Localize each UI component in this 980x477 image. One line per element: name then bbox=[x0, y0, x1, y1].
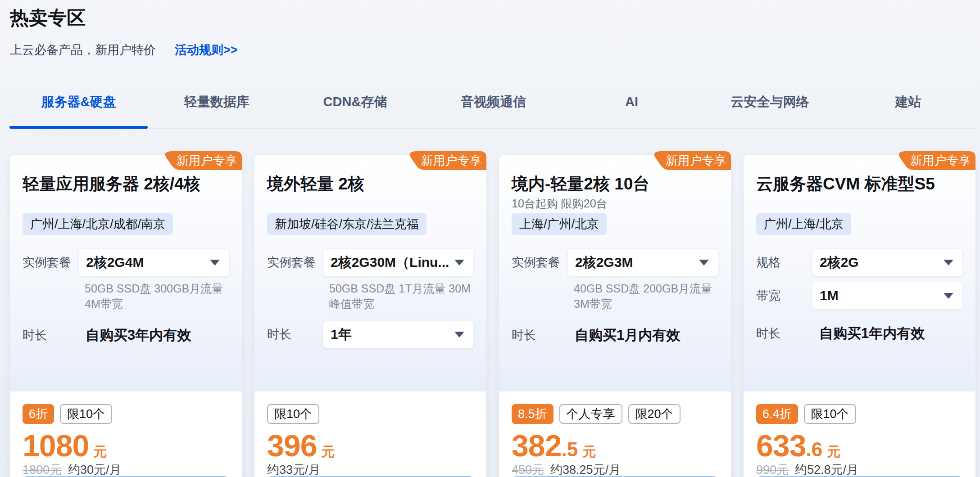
price-decimal: .6 bbox=[806, 438, 822, 461]
duration-select[interactable]: 1年 bbox=[323, 320, 474, 348]
card-subtitle bbox=[23, 194, 229, 213]
price-decimal: .5 bbox=[561, 438, 578, 461]
card-title: 境外轻量 2核 bbox=[267, 175, 474, 194]
chevron-down-icon bbox=[699, 260, 709, 266]
product-card: 新用户专享 云服务器CVM 标准型S5 广州/上海/北京 规格 2核2G 带宽 bbox=[744, 155, 975, 477]
chevron-down-icon bbox=[210, 260, 220, 266]
field-label: 时长 bbox=[23, 327, 78, 343]
tab-ai[interactable]: AI bbox=[563, 94, 701, 128]
card-price-area: 6.4折 限10个 633 .6 元 990元 约52.8元/月 bbox=[744, 392, 975, 477]
monthly-price: 约52.8元/月 bbox=[795, 464, 858, 476]
region-tag: 新加坡/硅谷/东京/法兰克福 bbox=[267, 213, 426, 235]
limit-tag: 限20个 bbox=[628, 404, 681, 424]
card-subtitle: 10台起购 限购20台 bbox=[512, 194, 718, 213]
old-price-row: 990元 约52.8元/月 bbox=[756, 464, 963, 476]
plan-select[interactable]: 2核2G30M（Linu... bbox=[323, 248, 474, 276]
price-row: 1080 元 bbox=[23, 430, 229, 461]
card-config-area: 轻量应用服务器 2核/4核 广州/上海/北京/成都/南京 实例套餐 2核2G4M… bbox=[10, 155, 242, 392]
bandwidth-select[interactable]: 1M bbox=[812, 282, 963, 310]
card-price-area: 8.5折 个人专享 限20个 382 .5 元 450元 约38.25元/月 bbox=[499, 392, 731, 477]
promo-tags-row: 限10个 bbox=[267, 404, 474, 424]
product-card-list: 新用户专享 轻量应用服务器 2核/4核 广州/上海/北京/成都/南京 实例套餐 … bbox=[10, 155, 975, 477]
monthly-price: 约33元/月 bbox=[267, 464, 321, 476]
tab-server-disk[interactable]: 服务器&硬盘 bbox=[9, 94, 148, 128]
activity-rules-link[interactable]: 活动规则>> bbox=[175, 43, 238, 57]
chevron-down-icon bbox=[944, 260, 953, 266]
duration-field-row: 时长 自购买3年内有效 bbox=[23, 326, 229, 345]
tab-cdn-storage[interactable]: CDN&存储 bbox=[286, 94, 424, 128]
new-user-badge: 新用户专享 bbox=[163, 151, 242, 170]
original-price: 450元 bbox=[512, 464, 544, 476]
price-row: 396 元 bbox=[267, 430, 474, 461]
card-title: 境内-轻量2核 10台 bbox=[512, 175, 718, 194]
field-label: 实例套餐 bbox=[267, 254, 323, 270]
plan-spec-note: 50GB SSD盘 1T月流量 30M峰值带宽 bbox=[329, 281, 478, 311]
card-title: 轻量应用服务器 2核/4核 bbox=[23, 175, 229, 194]
plan-field-row: 实例套餐 2核2G4M bbox=[23, 248, 229, 276]
price-row: 633 .6 元 bbox=[756, 430, 963, 461]
card-subtitle bbox=[267, 194, 474, 213]
old-price-row: 1800元 约30元/月 bbox=[23, 464, 229, 476]
plan-field-row: 实例套餐 2核2G3M bbox=[512, 248, 718, 276]
duration-value: 自购买1年内有效 bbox=[812, 325, 925, 341]
card-config-area: 境外轻量 2核 新加坡/硅谷/东京/法兰克福 实例套餐 2核2G30M（Linu… bbox=[254, 155, 486, 392]
new-user-badge: 新用户专享 bbox=[652, 151, 731, 170]
page-title: 热卖专区 bbox=[10, 7, 980, 29]
price-amount: 382 bbox=[512, 430, 561, 461]
card-price-area: 限10个 396 元 约33元/月 bbox=[254, 392, 486, 477]
field-label: 时长 bbox=[512, 327, 567, 343]
card-subtitle bbox=[756, 194, 963, 213]
spec-select[interactable]: 2核2G bbox=[812, 248, 963, 276]
price-amount: 396 bbox=[267, 430, 317, 461]
duration-field-row: 时长 自购买1年内有效 bbox=[756, 324, 963, 343]
monthly-price: 约30元/月 bbox=[68, 464, 122, 476]
card-config-area: 云服务器CVM 标准型S5 广州/上海/北京 规格 2核2G 带宽 1M bbox=[744, 155, 975, 392]
field-label: 时长 bbox=[267, 326, 323, 342]
product-card: 新用户专享 境内-轻量2核 10台 10台起购 限购20台 上海/广州/北京 实… bbox=[499, 155, 731, 477]
promo-tags-row: 6.4折 限10个 bbox=[756, 404, 963, 424]
card-config-area: 境内-轻量2核 10台 10台起购 限购20台 上海/广州/北京 实例套餐 2核… bbox=[499, 155, 731, 392]
spec-field-row: 规格 2核2G bbox=[756, 248, 963, 276]
new-user-badge: 新用户专享 bbox=[896, 151, 975, 170]
price-unit: 元 bbox=[582, 443, 596, 461]
chevron-down-icon bbox=[454, 332, 464, 338]
duration-field-row: 时长 1年 bbox=[267, 320, 474, 348]
tab-cloud-security-network[interactable]: 云安全与网络 bbox=[701, 94, 839, 128]
chevron-down-icon bbox=[454, 260, 464, 266]
tab-audio-video[interactable]: 音视频通信 bbox=[424, 94, 563, 128]
monthly-price: 约38.25元/月 bbox=[550, 464, 621, 476]
original-price: 1800元 bbox=[23, 464, 62, 476]
limit-tag: 限10个 bbox=[804, 404, 856, 424]
plan-select[interactable]: 2核2G3M bbox=[567, 248, 718, 276]
discount-tag: 8.5折 bbox=[512, 404, 554, 424]
old-price-row: 450元 约38.25元/月 bbox=[512, 464, 718, 476]
field-label: 时长 bbox=[756, 325, 812, 342]
plan-spec-note: 40GB SSD盘 200GB月流量 3M带宽 bbox=[574, 281, 722, 311]
region-tag: 广州/上海/北京 bbox=[756, 213, 851, 235]
tab-lightweight-db[interactable]: 轻量数据库 bbox=[148, 94, 286, 128]
plan-spec-note: 50GB SSD盘 300GB月流量 4M带宽 bbox=[85, 281, 233, 311]
original-price: 990元 bbox=[756, 464, 789, 476]
price-unit: 元 bbox=[827, 443, 840, 461]
field-label: 规格 bbox=[756, 254, 812, 270]
hot-sale-page: { "header": { "title": "热卖专区", "subtitle… bbox=[0, 0, 980, 477]
promo-tags-row: 6折 限10个 bbox=[23, 404, 229, 424]
price-amount: 1080 bbox=[23, 430, 89, 461]
region-tag: 上海/广州/北京 bbox=[512, 213, 607, 235]
product-card: 新用户专享 轻量应用服务器 2核/4核 广州/上海/北京/成都/南京 实例套餐 … bbox=[10, 155, 242, 477]
price-unit: 元 bbox=[321, 443, 335, 461]
limit-tag: 限10个 bbox=[60, 404, 112, 424]
region-tag: 广州/上海/北京/成都/南京 bbox=[23, 213, 173, 235]
duration-value: 自购买1月内有效 bbox=[567, 327, 680, 343]
personal-tag: 个人专享 bbox=[559, 404, 622, 424]
page-header: 热卖专区 上云必备产品，新用户特价 活动规则>> bbox=[0, 0, 980, 57]
category-tab-bar: 服务器&硬盘 轻量数据库 CDN&存储 音视频通信 AI 云安全与网络 建站 bbox=[9, 94, 977, 129]
card-price-area: 6折 限10个 1080 元 1800元 约30元/月 bbox=[10, 392, 242, 477]
tab-website-building[interactable]: 建站 bbox=[839, 94, 977, 128]
price-row: 382 .5 元 bbox=[512, 430, 718, 461]
plan-select[interactable]: 2核2G4M bbox=[78, 248, 229, 276]
discount-tag: 6.4折 bbox=[756, 404, 798, 424]
old-price-row: 约33元/月 bbox=[267, 464, 474, 476]
page-subtitle-row: 上云必备产品，新用户特价 活动规则>> bbox=[10, 43, 980, 57]
duration-value: 自购买3年内有效 bbox=[78, 327, 191, 343]
